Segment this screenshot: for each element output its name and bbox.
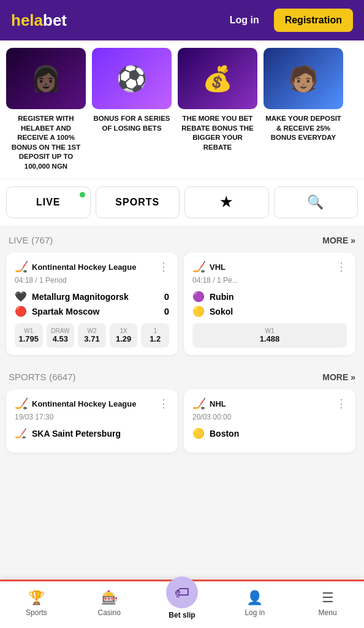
match-card-live[interactable]: 🏒 Kontinental Hockey League ⋮ 04:18 / 1 …: [6, 253, 178, 355]
odd-label: 1X: [112, 327, 135, 334]
odd-label: W1: [17, 327, 40, 334]
team1-row: 🖤 Metallurg Magnitogorsk 0: [15, 291, 169, 302]
odd-button-W1[interactable]: W1 1.795: [15, 323, 43, 348]
match-league: 🏒 Kontinental Hockey League ⋮: [15, 260, 169, 274]
live-more-link[interactable]: MORE »: [322, 236, 355, 245]
odd-button-DRAW[interactable]: DRAW 4.53: [47, 323, 75, 348]
odd-button-1[interactable]: 1 1.2: [141, 323, 169, 348]
match-card-sports[interactable]: 🏒 Kontinental Hockey League ⋮ 19/03 17:3…: [6, 389, 178, 453]
promo-card-promo2[interactable]: ⚽ BONUS FOR A SERIES OF LOSING BETS: [92, 48, 172, 171]
team2-score: 0: [164, 306, 169, 316]
quick-nav-sports[interactable]: SPORTS: [96, 186, 180, 218]
sports-matches-scroll: 🏒 Kontinental Hockey League ⋮ 19/03 17:3…: [0, 389, 364, 460]
bottom-nav-icon-login: 👤: [246, 590, 263, 606]
match-more-icon[interactable]: ⋮: [336, 260, 347, 274]
odd-button-W1[interactable]: W1 1.488: [192, 323, 347, 348]
team1-score: 0: [164, 291, 169, 302]
team1-row: 🟡 Boston: [192, 427, 347, 439]
bottom-nav-label-casino: Casino: [98, 608, 121, 617]
bottom-nav-casino[interactable]: 🎰 Casino: [73, 590, 146, 617]
league-name: Kontinental Hockey League: [32, 399, 136, 408]
login-button[interactable]: Log in: [221, 10, 268, 31]
match-time: 19/03 17:30: [15, 413, 169, 421]
quick-nav-label-sports: SPORTS: [115, 197, 159, 208]
promo-text-promo3: THE MORE YOU BET REBATE BONUS THE BIGGER…: [178, 114, 257, 152]
match-more-icon[interactable]: ⋮: [336, 397, 347, 410]
bottom-nav-betslip[interactable]: 🏷 Bet slip: [146, 588, 219, 619]
odd-label: W1: [195, 327, 344, 334]
odd-label: 1: [143, 327, 167, 334]
teams: 🏒 SKA Saint Petersburg: [15, 427, 169, 439]
odd-value: 4.53: [49, 334, 72, 343]
league-name: NHL: [210, 399, 226, 408]
match-time: 20/03 00:00: [192, 413, 347, 421]
odd-value: 1.488: [195, 334, 344, 343]
promo-text-promo4: MAKE YOUR DEPOSIT & RECEIVE 25% BONUS EV…: [264, 114, 343, 143]
quick-nav: LIVESPORTS★🔍: [0, 178, 364, 226]
match-card-sports[interactable]: 🏒 NHL ⋮ 20/03 00:00 🟡 Boston: [184, 389, 355, 453]
bottom-nav-icon-betslip: 🏷: [166, 576, 198, 608]
league-name: Kontinental Hockey League: [32, 262, 136, 272]
league-icon: 🏒: [192, 397, 206, 410]
logo-bet: bet: [43, 11, 67, 30]
promo-figure-promo2: ⚽: [92, 48, 172, 109]
match-league: 🏒 NHL ⋮: [192, 397, 347, 410]
league-info: 🏒 Kontinental Hockey League: [15, 397, 136, 410]
bottom-nav-icon-menu: ☰: [322, 590, 334, 606]
team2-name: Spartak Moscow: [32, 307, 99, 316]
odd-value: 3.71: [80, 334, 104, 343]
teams: 🟡 Boston: [192, 427, 347, 439]
odd-button-W2[interactable]: W2 3.71: [78, 323, 106, 348]
header: hela bet Log in Registration: [0, 0, 364, 40]
live-matches-scroll: 🏒 Kontinental Hockey League ⋮ 04:18 / 1 …: [0, 253, 364, 362]
live-section-title: LIVE (767): [9, 234, 53, 247]
sports-section-header: SPORTS (6647) MORE »: [0, 362, 364, 389]
promo-image-promo1: 👩🏿: [6, 48, 86, 109]
match-time: 04:18 / 1 Period: [15, 276, 169, 285]
quick-nav-search[interactable]: 🔍: [274, 186, 358, 218]
team1-row: 🏒 SKA Saint Petersburg: [15, 427, 169, 439]
logo-hela: hela: [11, 11, 43, 30]
team1-name: Boston: [210, 429, 239, 438]
league-icon: 🏒: [192, 260, 206, 274]
promo-text-promo2: BONUS FOR A SERIES OF LOSING BETS: [92, 114, 172, 133]
bottom-nav-icon-casino: 🎰: [101, 590, 118, 606]
team1-row: 🟣 Rubin: [192, 291, 347, 302]
team1-name: Metallurg Magnitogorsk: [32, 292, 129, 302]
team1-icon: 🖤: [15, 291, 27, 302]
header-buttons: Log in Registration: [221, 9, 353, 32]
league-info: 🏒 NHL: [192, 397, 226, 410]
bottom-nav-label-sports: Sports: [26, 608, 47, 617]
promo-card-promo1[interactable]: 👩🏿 REGISTER WITH HELABET AND RECEIVE A 1…: [6, 48, 86, 171]
bottom-nav-label-login: Log in: [245, 608, 265, 617]
bottom-nav-sports[interactable]: 🏆 Sports: [0, 590, 73, 617]
promo-image-promo4: 🧑🏽: [264, 48, 343, 109]
bottom-nav-menu[interactable]: ☰ Menu: [291, 590, 364, 617]
quick-nav-live[interactable]: LIVE: [6, 186, 91, 218]
team1-name: Rubin: [210, 292, 234, 302]
team2-name: Sokol: [210, 307, 233, 316]
odd-label: DRAW: [49, 327, 72, 334]
sports-more-link[interactable]: MORE »: [322, 372, 355, 382]
live-dot: [80, 192, 85, 197]
odd-label: W2: [80, 327, 104, 334]
odd-value: 1.2: [143, 334, 167, 343]
match-more-icon[interactable]: ⋮: [158, 260, 169, 274]
odds-row: W1 1.795 DRAW 4.53 W2 3.71 1X 1.29 1 1.2: [15, 323, 169, 348]
odd-button-1X[interactable]: 1X 1.29: [110, 323, 138, 348]
odd-value: 1.29: [112, 334, 135, 343]
league-info: 🏒 VHL: [192, 260, 226, 274]
promo-figure-promo1: 👩🏿: [6, 48, 86, 109]
promo-figure-promo4: 🧑🏽: [264, 48, 343, 109]
bottom-nav-login[interactable]: 👤 Log in: [218, 590, 291, 617]
match-time: 04:18 / 1 Pe...: [192, 276, 347, 285]
quick-nav-favorites[interactable]: ★: [184, 186, 269, 218]
sports-section-title: SPORTS (6647): [9, 371, 76, 383]
quick-nav-label-live: LIVE: [36, 197, 61, 208]
register-button[interactable]: Registration: [274, 9, 353, 32]
quick-nav-label-search: 🔍: [307, 194, 324, 210]
match-card-live[interactable]: 🏒 VHL ⋮ 04:18 / 1 Pe... 🟣 Rubin 🟡 Sokol …: [184, 253, 355, 355]
promo-card-promo4[interactable]: 🧑🏽 MAKE YOUR DEPOSIT & RECEIVE 25% BONUS…: [264, 48, 343, 171]
promo-card-promo3[interactable]: 💰 THE MORE YOU BET REBATE BONUS THE BIGG…: [178, 48, 257, 171]
match-more-icon[interactable]: ⋮: [158, 397, 169, 410]
